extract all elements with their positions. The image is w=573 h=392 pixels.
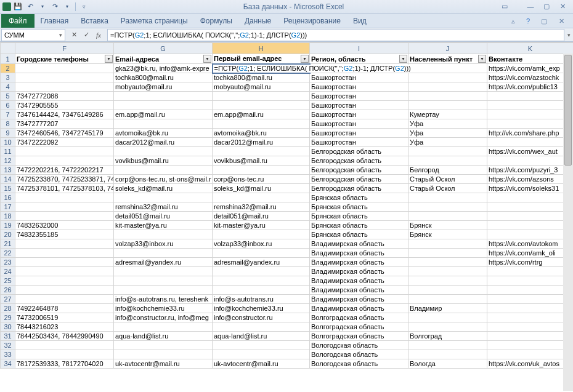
cell[interactable]: https://vk.com/amk_exp bbox=[487, 64, 574, 73]
cell[interactable] bbox=[114, 249, 213, 258]
cell[interactable]: uk-avtocentr@mail.ru bbox=[213, 359, 310, 369]
cell[interactable]: 73472222092 bbox=[15, 138, 114, 147]
cell[interactable]: avtomoika@bk.ru bbox=[213, 129, 310, 138]
row-header[interactable]: 13 bbox=[1, 166, 15, 175]
row-header[interactable]: 1 bbox=[1, 54, 15, 64]
cell[interactable]: 74725233870, 74725233871, 7472 bbox=[15, 175, 114, 184]
cell[interactable]: info@s-autotrans.ru, tereshenk bbox=[114, 295, 213, 304]
tab-home[interactable]: Главная bbox=[35, 14, 75, 28]
cell[interactable] bbox=[487, 332, 574, 341]
fx-icon[interactable]: fх bbox=[94, 31, 104, 39]
row-header[interactable]: 15 bbox=[1, 184, 15, 193]
cell[interactable]: Башкортостан bbox=[310, 129, 408, 138]
window-close-icon[interactable]: ✕ bbox=[556, 2, 569, 12]
row-header[interactable]: 20 bbox=[1, 230, 15, 239]
cell[interactable] bbox=[15, 64, 114, 73]
cell[interactable] bbox=[408, 295, 487, 304]
cell[interactable]: kit-master@ya.ru bbox=[213, 221, 310, 230]
row-header[interactable]: 18 bbox=[1, 212, 15, 221]
col-header-I[interactable]: I bbox=[310, 43, 408, 54]
cell[interactable] bbox=[487, 101, 574, 110]
cell[interactable]: 78443216023 bbox=[15, 322, 114, 332]
cell[interactable]: em.app@mail.ru bbox=[114, 110, 213, 119]
formula-expand-icon[interactable]: ▾ bbox=[564, 32, 573, 38]
row-header[interactable]: 32 bbox=[1, 341, 15, 350]
cell[interactable] bbox=[114, 193, 213, 202]
cell[interactable]: volzap33@inbox.ru bbox=[213, 239, 310, 249]
cell[interactable]: 78442503434, 78442990490 bbox=[15, 332, 114, 341]
filter-dropdown-icon[interactable]: ▼ bbox=[399, 55, 407, 63]
cell[interactable] bbox=[15, 276, 114, 286]
redo-icon[interactable]: ↷ bbox=[49, 1, 60, 12]
cell[interactable]: info@kochchemie33.ru bbox=[114, 304, 213, 313]
cell[interactable]: remshina32@mail.ru bbox=[213, 202, 310, 212]
window-minimize-icon[interactable]: — bbox=[524, 2, 537, 12]
cell[interactable] bbox=[408, 156, 487, 166]
cell[interactable] bbox=[213, 147, 310, 156]
cell[interactable]: aqua-land@list.ru bbox=[213, 332, 310, 341]
cell[interactable]: aqua-land@list.ru bbox=[114, 332, 213, 341]
workbook-restore-icon[interactable]: ▢ bbox=[537, 16, 551, 26]
row-header[interactable]: 21 bbox=[1, 239, 15, 249]
cell[interactable] bbox=[114, 267, 213, 276]
col-header-F[interactable]: F bbox=[15, 43, 114, 54]
cell[interactable] bbox=[213, 119, 310, 129]
row-header[interactable]: 4 bbox=[1, 82, 15, 92]
cell[interactable] bbox=[487, 295, 574, 304]
cell[interactable]: https://vk.com/azsons bbox=[487, 175, 574, 184]
cell[interactable]: Владимирская область bbox=[310, 267, 408, 276]
cell[interactable]: Белгород bbox=[408, 166, 487, 175]
cell[interactable] bbox=[114, 147, 213, 156]
cell[interactable] bbox=[408, 92, 487, 101]
header-cell[interactable]: Регион, область▼ bbox=[310, 54, 408, 64]
cell[interactable]: Башкортостан bbox=[310, 82, 408, 92]
tab-insert[interactable]: Вставка bbox=[75, 14, 115, 28]
col-header-H[interactable]: H bbox=[213, 43, 310, 54]
cell[interactable]: soleks_kd@mail.ru bbox=[114, 184, 213, 193]
cell[interactable] bbox=[408, 193, 487, 202]
cell[interactable] bbox=[114, 119, 213, 129]
cell[interactable]: Вологодская область bbox=[310, 350, 408, 359]
workbook-close-icon[interactable]: ✕ bbox=[555, 16, 568, 26]
cell[interactable]: 74732006519 bbox=[15, 313, 114, 322]
cell[interactable]: Кумертау bbox=[408, 110, 487, 119]
row-header[interactable]: 14 bbox=[1, 175, 15, 184]
cell[interactable] bbox=[408, 286, 487, 295]
cell[interactable] bbox=[487, 202, 574, 212]
cell[interactable] bbox=[213, 286, 310, 295]
row-header[interactable]: 8 bbox=[1, 119, 15, 129]
cell[interactable] bbox=[213, 230, 310, 239]
cell[interactable] bbox=[487, 313, 574, 322]
cell[interactable] bbox=[15, 286, 114, 295]
cell[interactable] bbox=[408, 64, 487, 73]
cell[interactable]: avtomoika@bk.ru bbox=[114, 129, 213, 138]
cell[interactable]: mobyauto@mail.ru bbox=[114, 82, 213, 92]
cell[interactable]: volzap33@inbox.ru bbox=[114, 239, 213, 249]
cell[interactable] bbox=[408, 322, 487, 332]
cell[interactable] bbox=[15, 258, 114, 267]
row-header[interactable]: 28 bbox=[1, 304, 15, 313]
cell[interactable]: detail051@mail.ru bbox=[213, 212, 310, 221]
cell[interactable]: 73472905555 bbox=[15, 101, 114, 110]
cell[interactable] bbox=[487, 221, 574, 230]
cell[interactable] bbox=[487, 138, 574, 147]
undo-dropdown-icon[interactable]: ▾ bbox=[37, 1, 48, 12]
row-header[interactable]: 34 bbox=[1, 359, 15, 369]
cell[interactable]: https://vk.com/public13 bbox=[487, 82, 574, 92]
cell[interactable] bbox=[114, 230, 213, 239]
cell[interactable] bbox=[114, 276, 213, 286]
cell[interactable] bbox=[487, 267, 574, 276]
cell[interactable]: gka23@bk.ru, info@amk-expre bbox=[114, 64, 213, 73]
cell[interactable]: detail051@mail.ru bbox=[114, 212, 213, 221]
cell[interactable] bbox=[15, 156, 114, 166]
tab-data[interactable]: Данные bbox=[238, 14, 277, 28]
cell[interactable] bbox=[487, 230, 574, 239]
cell[interactable]: 74922464878 bbox=[15, 304, 114, 313]
row-header[interactable]: 25 bbox=[1, 276, 15, 286]
cell[interactable]: https://vk.com/uk_avtos bbox=[487, 359, 574, 369]
cell[interactable] bbox=[15, 341, 114, 350]
select-all-corner[interactable] bbox=[1, 43, 15, 54]
vertical-scrollbar[interactable] bbox=[563, 54, 573, 391]
cell[interactable]: Владимирская область bbox=[310, 239, 408, 249]
cell[interactable]: Владимирская область bbox=[310, 276, 408, 286]
